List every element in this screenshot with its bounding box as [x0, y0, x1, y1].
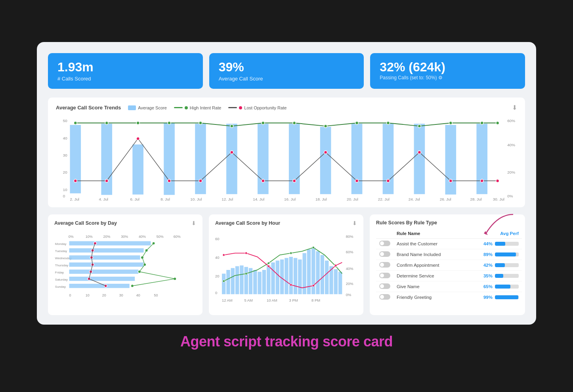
- svg-text:Friday: Friday: [55, 271, 64, 274]
- svg-point-24: [74, 121, 77, 124]
- rule-toggle[interactable]: [376, 271, 393, 281]
- svg-point-44: [230, 151, 233, 154]
- svg-point-156: [312, 285, 315, 287]
- rule-table: Rule Name Avg Perf Assist the Customer 4…: [376, 229, 522, 302]
- rule-toggle[interactable]: [376, 249, 393, 260]
- rule-toggle[interactable]: [376, 239, 393, 249]
- svg-text:60: 60: [215, 237, 219, 241]
- svg-point-29: [230, 124, 233, 128]
- svg-rect-140: [316, 251, 319, 294]
- svg-text:40: 40: [215, 255, 219, 260]
- rule-table-row: Determine Service 35%: [376, 271, 522, 281]
- rule-name: Friendly Greeting: [393, 292, 462, 303]
- svg-rect-121: [231, 268, 235, 294]
- svg-rect-124: [244, 267, 248, 294]
- stat-card-passing: 32% (624k) Passing Calls (set to: 50%) ⚙: [370, 53, 525, 89]
- svg-text:0: 0: [69, 293, 71, 297]
- rule-scores-title: Rule Scores By Rule Type: [376, 220, 437, 226]
- trend-chart-svg: 50 40 30 20 10 0 60% 40% 20% 0%: [56, 115, 517, 202]
- rule-table-row: Friendly Greeting 99%: [376, 292, 522, 303]
- svg-text:24. Jul: 24. Jul: [409, 197, 420, 201]
- svg-text:18. Jul: 18. Jul: [315, 197, 327, 201]
- trend-chart-download[interactable]: ⬇: [512, 104, 517, 111]
- hour-chart-panel: Average Call Score by Hour ⬇ 60 40 20 0 …: [209, 214, 363, 315]
- svg-point-33: [355, 121, 359, 124]
- svg-rect-23: [476, 124, 487, 194]
- svg-rect-126: [253, 270, 257, 294]
- svg-text:20: 20: [215, 274, 219, 278]
- svg-text:60%: 60%: [174, 235, 181, 239]
- svg-point-49: [387, 179, 390, 182]
- svg-text:40%: 40%: [346, 266, 353, 271]
- svg-point-154: [267, 265, 270, 268]
- rule-name: Confirm Appointment: [393, 260, 462, 271]
- svg-rect-81: [69, 255, 140, 260]
- svg-text:Sunday: Sunday: [55, 285, 66, 289]
- svg-text:80%: 80%: [346, 234, 353, 239]
- perf-col-header: Avg Perf: [462, 229, 522, 239]
- svg-text:30. Jul: 30. Jul: [493, 197, 504, 201]
- svg-text:8 PM: 8 PM: [311, 298, 320, 302]
- stat-label-avg: Average Call Score: [219, 76, 355, 82]
- svg-rect-16: [258, 124, 269, 194]
- svg-rect-127: [258, 272, 261, 294]
- svg-rect-18: [320, 127, 331, 194]
- svg-text:0%: 0%: [507, 194, 513, 198]
- svg-point-53: [496, 179, 499, 182]
- trend-chart-header: Average Call Score Trends Average Score …: [56, 104, 517, 111]
- svg-point-26: [136, 121, 139, 124]
- svg-text:2. Jul: 2. Jul: [70, 197, 80, 201]
- svg-text:8. Jul: 8. Jul: [160, 197, 170, 201]
- svg-text:10: 10: [63, 187, 67, 192]
- svg-rect-123: [240, 266, 243, 294]
- hour-chart-svg: 60 40 20 0 80% 60% 40% 20% 0%: [215, 230, 357, 310]
- svg-point-42: [168, 179, 171, 182]
- svg-point-48: [355, 179, 359, 182]
- svg-point-38: [496, 121, 499, 124]
- svg-text:20%: 20%: [346, 281, 353, 286]
- svg-point-152: [223, 254, 225, 256]
- hour-chart-header: Average Call Score by Hour ⬇: [215, 220, 357, 226]
- stat-card-avg: 39% Average Call Score: [209, 53, 364, 89]
- svg-rect-131: [276, 261, 279, 294]
- stat-label-calls: # Calls Scored: [57, 76, 193, 82]
- day-chart-download[interactable]: ⬇: [191, 220, 196, 226]
- svg-point-27: [168, 121, 171, 124]
- day-chart-panel: Average Call Score by Day ⬇ 0% 10% 20% 3…: [48, 214, 202, 315]
- svg-rect-120: [226, 270, 230, 294]
- svg-point-39: [74, 179, 77, 182]
- rule-toggle[interactable]: [376, 292, 393, 303]
- rule-toggle[interactable]: [376, 281, 393, 292]
- svg-point-51: [449, 179, 452, 182]
- svg-point-50: [418, 151, 421, 154]
- svg-text:0: 0: [63, 194, 65, 198]
- svg-text:20: 20: [102, 293, 106, 297]
- svg-point-36: [449, 121, 452, 124]
- hour-chart-download[interactable]: ⬇: [352, 220, 357, 226]
- svg-rect-136: [298, 260, 302, 294]
- svg-point-40: [105, 179, 108, 182]
- rule-toggle[interactable]: [376, 260, 393, 271]
- svg-text:0%: 0%: [69, 235, 74, 239]
- hour-chart-title: Average Call Score by Hour: [215, 220, 280, 226]
- bottom-charts: Average Call Score by Day ⬇ 0% 10% 20% 3…: [48, 214, 525, 315]
- svg-rect-22: [445, 125, 456, 195]
- svg-rect-119: [222, 274, 225, 294]
- svg-text:20: 20: [63, 170, 67, 175]
- gear-icon[interactable]: ⚙: [438, 75, 443, 80]
- svg-point-35: [418, 124, 421, 128]
- rule-perf: 89%: [462, 249, 522, 260]
- svg-point-147: [245, 273, 247, 275]
- rule-name: Give Name: [393, 281, 462, 292]
- svg-rect-10: [70, 125, 81, 193]
- svg-text:5 AM: 5 AM: [244, 298, 253, 302]
- rule-scroll[interactable]: Rule Name Avg Perf Assist the Customer 4…: [376, 229, 525, 302]
- stat-cards: 1.93m # Calls Scored 39% Average Call Sc…: [48, 53, 525, 89]
- svg-rect-135: [294, 258, 297, 294]
- svg-point-52: [480, 179, 483, 182]
- svg-point-47: [324, 151, 327, 154]
- rule-name: Determine Service: [393, 271, 462, 281]
- svg-point-32: [324, 124, 327, 128]
- svg-point-149: [290, 252, 292, 254]
- svg-point-28: [199, 121, 202, 124]
